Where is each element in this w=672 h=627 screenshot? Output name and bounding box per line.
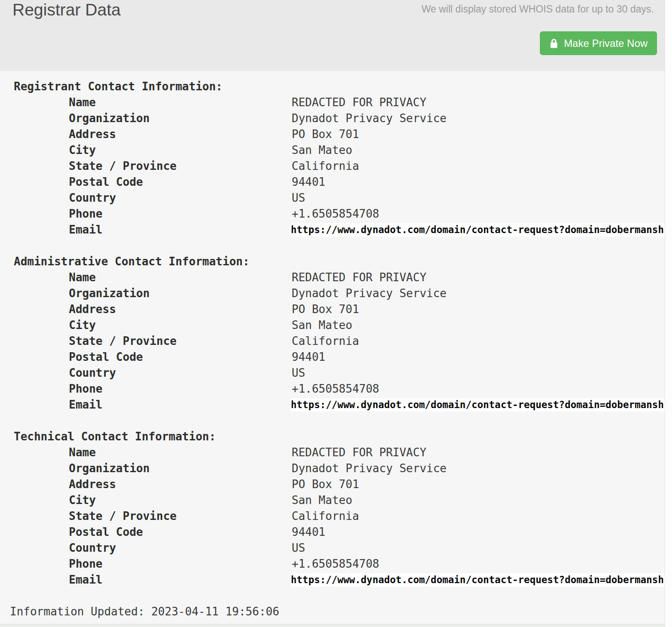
field-label: State / Province xyxy=(69,333,176,349)
field-value: PO Box 701 xyxy=(292,126,359,142)
field-label: State / Province xyxy=(69,158,176,174)
whois-content: Registrant Contact Information: Name RED… xyxy=(0,79,665,620)
email-image-text: https://www.dynadot.com/domain/contact-r… xyxy=(291,398,664,412)
field-row-email: Email https://www.dynadot.com/domain/con… xyxy=(0,397,665,413)
field-value: PO Box 701 xyxy=(292,476,359,492)
field-value: 94401 xyxy=(292,174,325,190)
email-obfuscation-image: https://www.dynadot.com/domain/contact-r… xyxy=(291,398,665,412)
field-label: Country xyxy=(69,190,116,206)
field-value: 94401 xyxy=(292,349,325,365)
field-label: Postal Code xyxy=(69,524,143,540)
make-private-button[interactable]: Make Private Now xyxy=(540,31,657,55)
field-row-state: State / Province California xyxy=(0,333,665,349)
field-value: US xyxy=(292,190,305,206)
information-updated: Information Updated: 2023-04-11 19:56:06 xyxy=(0,604,665,620)
page-title: Registrar Data xyxy=(12,0,120,20)
field-row-phone: Phone +1.6505854708 xyxy=(0,206,665,222)
field-label: Address xyxy=(69,126,116,142)
field-label: Name xyxy=(69,445,96,461)
field-row-phone: Phone +1.6505854708 xyxy=(0,556,665,572)
email-image-text: https://www.dynadot.com/domain/contact-r… xyxy=(291,223,664,237)
field-value: +1.6505854708 xyxy=(292,381,379,397)
field-value: San Mateo xyxy=(292,142,352,158)
field-row-organization: Organization Dynadot Privacy Service xyxy=(0,461,665,476)
email-obfuscation-image: https://www.dynadot.com/domain/contact-r… xyxy=(291,223,665,237)
field-label: Phone xyxy=(69,556,102,572)
field-label: City xyxy=(69,317,96,333)
field-row-phone: Phone +1.6505854708 xyxy=(0,381,665,397)
scrollbar-track[interactable] xyxy=(665,0,672,627)
section-title-administrative: Administrative Contact Information: xyxy=(0,254,665,270)
field-label: Country xyxy=(69,540,116,556)
field-value: Dynadot Privacy Service xyxy=(292,286,447,301)
field-row-address: Address PO Box 701 xyxy=(0,476,665,492)
spacer-line xyxy=(0,588,665,604)
section-title-registrant: Registrant Contact Information: xyxy=(0,79,665,95)
field-row-address: Address PO Box 701 xyxy=(0,126,665,142)
field-label: Email xyxy=(69,222,102,238)
field-row-city: City San Mateo xyxy=(0,142,665,158)
field-label: Address xyxy=(69,476,116,492)
field-row-country: Country US xyxy=(0,540,665,556)
field-row-name: Name REDACTED FOR PRIVACY xyxy=(0,445,665,461)
email-obfuscation-image: https://www.dynadot.com/domain/contact-r… xyxy=(291,573,665,587)
field-value: REDACTED FOR PRIVACY xyxy=(292,445,426,461)
field-label: City xyxy=(69,142,96,158)
field-label: Name xyxy=(69,270,96,286)
make-private-label: Make Private Now xyxy=(564,37,648,49)
field-row-organization: Organization Dynadot Privacy Service xyxy=(0,111,665,126)
field-row-postal: Postal Code 94401 xyxy=(0,524,665,540)
field-label: Email xyxy=(69,397,102,413)
field-value: +1.6505854708 xyxy=(292,556,379,572)
spacer-line xyxy=(0,413,665,429)
field-row-email: Email https://www.dynadot.com/domain/con… xyxy=(0,222,665,238)
field-label: Organization xyxy=(69,461,150,476)
whois-retention-note: We will display stored WHOIS data for up… xyxy=(422,3,654,15)
field-row-city: City San Mateo xyxy=(0,317,665,333)
field-row-country: Country US xyxy=(0,365,665,381)
field-row-country: Country US xyxy=(0,190,665,206)
email-image-text: https://www.dynadot.com/domain/contact-r… xyxy=(291,573,664,587)
field-value: REDACTED FOR PRIVACY xyxy=(292,95,426,111)
field-row-email: Email https://www.dynadot.com/domain/con… xyxy=(0,572,665,588)
field-value: California xyxy=(292,508,359,524)
field-label: City xyxy=(69,492,96,508)
field-value: Dynadot Privacy Service xyxy=(292,461,447,476)
field-value: San Mateo xyxy=(292,492,352,508)
field-value: Dynadot Privacy Service xyxy=(292,111,447,126)
field-label: State / Province xyxy=(69,508,176,524)
field-row-organization: Organization Dynadot Privacy Service xyxy=(0,286,665,301)
field-label: Email xyxy=(69,572,102,588)
field-value: REDACTED FOR PRIVACY xyxy=(292,270,426,286)
field-label: Phone xyxy=(69,381,102,397)
field-row-name: Name REDACTED FOR PRIVACY xyxy=(0,270,665,286)
field-value: 94401 xyxy=(292,524,325,540)
field-value: US xyxy=(292,540,305,556)
field-value: California xyxy=(292,158,359,174)
field-row-postal: Postal Code 94401 xyxy=(0,174,665,190)
field-value: PO Box 701 xyxy=(292,301,359,317)
field-value: San Mateo xyxy=(292,317,352,333)
field-row-state: State / Province California xyxy=(0,508,665,524)
field-value: +1.6505854708 xyxy=(292,206,379,222)
field-label: Postal Code xyxy=(69,174,143,190)
field-value: US xyxy=(292,365,305,381)
field-row-postal: Postal Code 94401 xyxy=(0,349,665,365)
field-label: Address xyxy=(69,301,116,317)
field-label: Postal Code xyxy=(69,349,143,365)
field-row-city: City San Mateo xyxy=(0,492,665,508)
field-label: Country xyxy=(69,365,116,381)
field-label: Name xyxy=(69,95,96,111)
field-label: Phone xyxy=(69,206,102,222)
field-row-name: Name REDACTED FOR PRIVACY xyxy=(0,95,665,111)
field-row-address: Address PO Box 701 xyxy=(0,301,665,317)
panel-bottom-edge xyxy=(0,624,665,627)
field-value: California xyxy=(292,333,359,349)
field-row-state: State / Province California xyxy=(0,158,665,174)
field-label: Organization xyxy=(69,286,150,301)
section-title-technical: Technical Contact Information: xyxy=(0,429,665,445)
spacer-line xyxy=(0,238,665,254)
field-label: Organization xyxy=(69,111,150,126)
lock-icon xyxy=(549,38,558,49)
